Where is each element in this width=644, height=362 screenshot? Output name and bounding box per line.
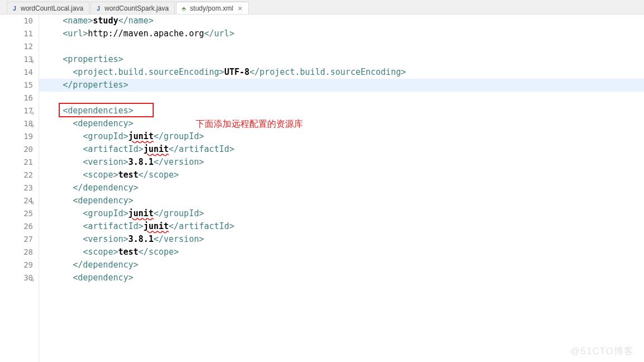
xml-tag: </version>: [154, 234, 204, 244]
line-number: 11: [0, 27, 33, 40]
xml-tag: </groupId>: [154, 208, 204, 218]
whitespace: [42, 221, 83, 231]
xml-tag: <dependency>: [73, 273, 133, 283]
whitespace: [42, 28, 63, 39]
code-line[interactable]: <version>3.8.1</version>: [39, 233, 644, 246]
editor-area: 10111213⊖14151617⊖18⊖192021222324⊖252627…: [0, 15, 644, 362]
xml-tag: </artifactId>: [169, 221, 234, 231]
whitespace: [42, 16, 63, 26]
code-line[interactable]: </properties>: [39, 79, 644, 92]
whitespace: [42, 183, 73, 193]
whitespace: [42, 118, 73, 128]
java-file-icon: J: [11, 4, 18, 12]
code-line[interactable]: [39, 40, 644, 53]
code-line[interactable]: <dependency>: [39, 194, 644, 207]
java-file-icon: J: [94, 4, 102, 12]
xml-tag: <dependency>: [73, 118, 133, 128]
line-number: 19: [0, 130, 33, 143]
editor-tab-0[interactable]: JwordCountLocal.java: [7, 2, 89, 14]
xml-tag: <artifactId>: [83, 221, 143, 231]
code-line[interactable]: <groupId>junit</groupId>: [39, 130, 644, 143]
code-line[interactable]: <artifactId>junit</artifactId>: [39, 143, 644, 156]
xml-tag: <url>: [63, 28, 88, 39]
xml-text: 3.8.1: [129, 234, 154, 244]
xml-text: study: [93, 16, 118, 26]
code-line[interactable]: <url>http://maven.apache.org</url>: [39, 27, 644, 40]
line-number: 16: [0, 92, 33, 104]
whitespace: [42, 196, 73, 206]
whitespace: [42, 260, 73, 270]
xml-tag: </name>: [118, 16, 153, 26]
xml-tag: </scope>: [139, 247, 179, 257]
code-area[interactable]: 下面添加远程配置的资源库 <name>study</name> <url>htt…: [39, 15, 644, 362]
whitespace: [42, 67, 73, 77]
annotation-text: 下面添加远程配置的资源库: [196, 118, 303, 130]
editor-tab-1[interactable]: JwordCountSpark.java: [91, 2, 175, 14]
whitespace: [42, 157, 83, 167]
line-number: 27: [0, 233, 33, 246]
line-number: 21: [0, 156, 33, 169]
line-number: 18⊖: [0, 117, 33, 130]
line-number: 12: [0, 40, 33, 53]
xml-tag: <version>: [83, 234, 128, 244]
xml-tag: </properties>: [63, 80, 128, 90]
line-number: 22: [0, 169, 33, 182]
line-number: 30⊖: [0, 272, 33, 284]
line-number: 14: [0, 66, 33, 79]
line-number: 15: [0, 79, 33, 92]
code-line[interactable]: <dependency>: [39, 272, 644, 284]
xml-tag: <groupId>: [83, 208, 128, 218]
xml-text: test: [118, 170, 138, 180]
line-number: 28: [0, 246, 33, 259]
xml-tag: </scope>: [139, 170, 179, 180]
xml-text: junit: [144, 221, 169, 231]
code-line[interactable]: </dependency>: [39, 182, 644, 194]
code-line[interactable]: <name>study</name>: [39, 15, 644, 27]
code-line[interactable]: </dependency>: [39, 259, 644, 272]
xml-tag: </groupId>: [154, 131, 204, 141]
code-line[interactable]: <scope>test</scope>: [39, 169, 644, 182]
whitespace: [42, 234, 83, 244]
whitespace: [42, 144, 83, 154]
code-line[interactable]: <version>3.8.1</version>: [39, 156, 644, 169]
xml-tag: <name>: [63, 16, 93, 26]
whitespace: [42, 247, 83, 257]
line-number: 17⊖: [0, 104, 33, 117]
whitespace: [42, 131, 83, 141]
code-line[interactable]: <properties>: [39, 53, 644, 66]
whitespace: [42, 80, 63, 90]
close-icon[interactable]: ✕: [238, 5, 243, 12]
xml-tag: </dependency>: [73, 260, 138, 270]
xml-tag: <properties>: [63, 54, 123, 64]
tab-label: wordCountLocal.java: [21, 4, 83, 12]
line-number: 13⊖: [0, 53, 33, 66]
xml-text: junit: [129, 131, 154, 141]
line-number: 26: [0, 220, 33, 233]
line-number: 10: [0, 15, 33, 27]
xml-tag: </dependency>: [73, 183, 138, 193]
xml-text: junit: [144, 144, 169, 154]
code-line[interactable]: <project.build.sourceEncoding>UTF-8</pro…: [39, 66, 644, 79]
xml-tag: </artifactId>: [169, 144, 234, 154]
tab-label: study/pom.xml: [190, 4, 233, 12]
xml-tag: <groupId>: [83, 131, 128, 141]
xml-tag: </version>: [154, 157, 204, 167]
code-line[interactable]: <artifactId>junit</artifactId>: [39, 220, 644, 233]
code-line[interactable]: <groupId>junit</groupId>: [39, 207, 644, 220]
line-number: 20: [0, 143, 33, 156]
code-line[interactable]: <scope>test</scope>: [39, 246, 644, 259]
tab-label: wordCountSpark.java: [105, 4, 169, 12]
xml-tag: <project.build.sourceEncoding>: [73, 67, 224, 77]
xml-tag: </url>: [204, 28, 234, 39]
whitespace: [42, 208, 83, 218]
fold-toggle-icon[interactable]: ⊖: [31, 274, 34, 287]
line-number: 24⊖: [0, 194, 33, 207]
xml-text: UTF-8: [224, 67, 249, 77]
whitespace: [42, 170, 83, 180]
code-line[interactable]: <dependency>: [39, 117, 644, 130]
xml-text: http://maven.apache.org: [88, 28, 204, 39]
xml-text: test: [118, 247, 138, 257]
editor-tabbar: JwordCountLocal.javaJwordCountSpark.java…: [0, 0, 644, 15]
editor-tab-2[interactable]: ⬘study/pom.xml✕: [176, 2, 249, 14]
line-number: 23: [0, 182, 33, 194]
